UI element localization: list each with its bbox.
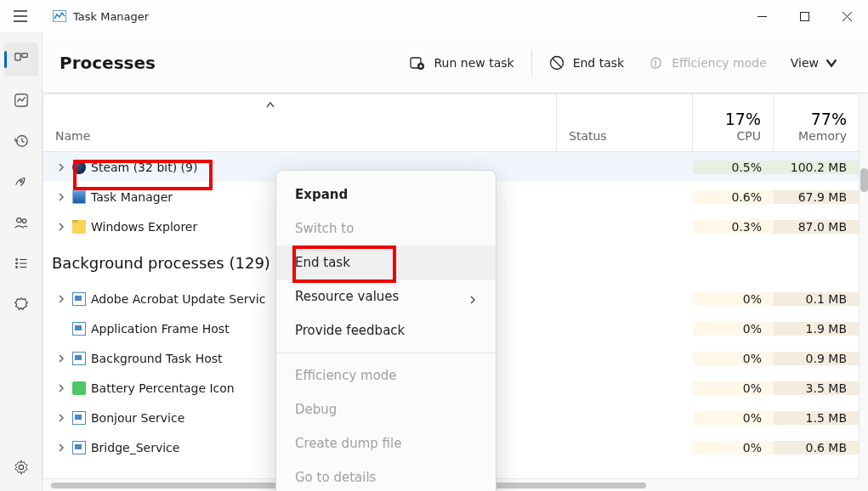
process-mem: 3.5 MB <box>774 381 859 395</box>
app-title: Task Manager <box>73 10 149 23</box>
expand-chevron-icon[interactable] <box>55 163 67 172</box>
process-name: Windows Explorer <box>91 220 197 234</box>
process-cpu: 0% <box>693 381 774 395</box>
ctx-provide-feedback[interactable]: Provide feedback <box>276 313 496 347</box>
process-cpu: 0.3% <box>693 220 774 234</box>
col-status-label: Status <box>569 129 607 143</box>
process-mem: 0.1 MB <box>774 292 859 306</box>
expand-chevron-icon[interactable] <box>55 443 67 452</box>
svg-rect-8 <box>14 54 20 60</box>
process-name: Bonjour Service <box>91 411 184 425</box>
process-cpu: 0% <box>693 441 774 454</box>
process-mem: 1.9 MB <box>774 322 859 336</box>
page-title: Processes <box>60 53 156 73</box>
minimize-button[interactable] <box>740 0 783 32</box>
ctx-resource-values[interactable]: Resource values <box>276 279 496 313</box>
process-mem: 0.9 MB <box>774 352 859 365</box>
view-label: View <box>791 56 819 70</box>
header: Processes Run new task End task Efficien… <box>43 32 868 93</box>
svg-rect-5 <box>800 12 808 20</box>
nav-details[interactable] <box>4 246 38 280</box>
svg-point-12 <box>20 180 22 183</box>
ctx-expand[interactable]: Expand <box>276 178 496 212</box>
end-task-button[interactable]: End task <box>537 48 637 77</box>
process-icon <box>72 411 86 425</box>
expand-chevron-icon[interactable] <box>55 414 67 422</box>
nav-performance[interactable] <box>4 83 38 117</box>
titlebar: Task Manager <box>0 0 868 32</box>
process-icon <box>72 190 86 204</box>
nav-users[interactable] <box>4 206 38 240</box>
efficiency-mode-button: Efficiency mode <box>636 48 779 77</box>
svg-point-21 <box>19 465 23 469</box>
col-status[interactable]: Status <box>557 94 693 151</box>
close-button[interactable] <box>825 0 868 32</box>
expand-chevron-icon[interactable] <box>55 223 67 231</box>
process-icon <box>72 322 86 336</box>
nav-services[interactable] <box>4 287 38 321</box>
process-cpu: 0.6% <box>693 190 774 204</box>
process-cpu: 0% <box>693 352 774 365</box>
process-mem: 87.0 MB <box>774 220 859 234</box>
col-name[interactable]: Name <box>43 94 557 151</box>
process-name: Task Manager <box>91 190 173 204</box>
ctx-end-task[interactable]: End task <box>276 246 496 279</box>
chevron-right-icon <box>468 292 477 301</box>
context-menu: Expand Switch to End task Resource value… <box>275 170 496 491</box>
col-name-label: Name <box>55 129 90 143</box>
end-task-label: End task <box>573 56 625 70</box>
process-icon <box>72 352 86 365</box>
svg-rect-9 <box>21 54 26 58</box>
process-name: Battery Percentage Icon <box>91 381 235 395</box>
col-cpu-label: CPU <box>737 129 761 143</box>
view-dropdown[interactable]: View <box>779 48 851 77</box>
cpu-total: 17% <box>725 110 761 129</box>
svg-point-15 <box>15 259 17 261</box>
ctx-switch-to: Switch to <box>276 212 496 246</box>
expand-chevron-icon[interactable] <box>55 354 67 363</box>
process-cpu: 0% <box>693 322 774 336</box>
process-icon <box>72 441 86 454</box>
col-memory[interactable]: 77% Memory <box>774 94 859 151</box>
ctx-efficiency-mode: Efficiency mode <box>276 358 496 392</box>
table-header: Name Status 17% CPU 77% Memory <box>43 94 859 152</box>
hamburger-menu-button[interactable] <box>0 0 41 32</box>
process-cpu: 0.5% <box>693 161 774 174</box>
expand-chevron-icon[interactable] <box>55 193 67 201</box>
ctx-debug: Debug <box>276 392 496 426</box>
process-name: Application Frame Host <box>91 322 230 336</box>
nav-rail <box>0 32 43 491</box>
process-mem: 1.5 MB <box>774 411 859 425</box>
expand-chevron-icon[interactable] <box>55 384 67 392</box>
nav-settings[interactable] <box>4 450 38 484</box>
run-new-task-label: Run new task <box>434 56 513 70</box>
run-new-task-button[interactable]: Run new task <box>398 48 525 77</box>
vertical-scrollbar[interactable] <box>860 168 868 192</box>
divider <box>531 50 532 76</box>
process-cpu: 0% <box>693 292 774 306</box>
process-name: Steam (32 bit) (9) <box>91 161 197 174</box>
nav-startup[interactable] <box>4 165 38 199</box>
col-cpu[interactable]: 17% CPU <box>693 94 774 151</box>
process-icon <box>72 220 86 234</box>
expand-chevron-icon[interactable] <box>55 295 67 303</box>
nav-history[interactable] <box>4 124 38 158</box>
svg-point-17 <box>15 262 17 264</box>
svg-line-27 <box>553 59 561 67</box>
efficiency-label: Efficiency mode <box>672 56 767 70</box>
process-icon <box>72 292 86 306</box>
app-icon <box>53 10 66 22</box>
process-name: Background Task Host <box>91 352 223 365</box>
sort-indicator-icon <box>264 99 276 111</box>
process-mem: 67.9 MB <box>774 190 859 204</box>
process-mem: 0.6 MB <box>774 441 859 454</box>
process-icon <box>72 161 86 174</box>
process-name: Adobe Acrobat Update Servic <box>91 292 265 306</box>
svg-point-13 <box>16 218 20 223</box>
nav-processes[interactable] <box>4 42 38 76</box>
svg-point-19 <box>15 267 17 268</box>
mem-total: 77% <box>811 110 847 129</box>
col-mem-label: Memory <box>798 129 847 143</box>
maximize-button[interactable] <box>783 0 825 32</box>
ctx-create-dump: Create dump file <box>276 426 496 460</box>
